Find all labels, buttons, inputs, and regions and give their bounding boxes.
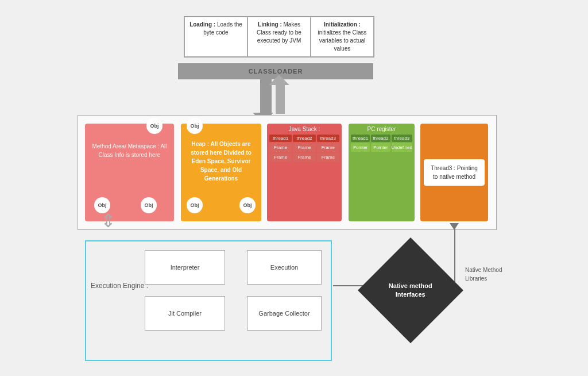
- native-vertical-arrow-stem: [454, 223, 455, 286]
- method-area-title: Method Area/ Metaspace : All Class Info …: [90, 142, 169, 159]
- obj-circle-tl: Obj: [146, 118, 163, 134]
- pc-thread3: thread3: [392, 135, 412, 142]
- execution-label: Execution: [270, 264, 298, 271]
- pc-val1: Pointer: [351, 143, 370, 152]
- interpreter-box: Interpreter: [145, 250, 225, 285]
- initialization-title: Initialization :: [324, 21, 361, 28]
- loading-title: Loading :: [189, 21, 215, 28]
- frame-cell-6: Frame: [317, 153, 339, 162]
- java-stack: Java Stack : thread1 thread2 thread3 Fra…: [267, 124, 342, 221]
- native-method-interfaces-container: Native method Interfaces: [368, 253, 454, 328]
- jit-box: Jit Compiler: [145, 296, 225, 331]
- heap-obj-bl: Obj: [187, 197, 203, 213]
- frame-cell-5: Frame: [293, 153, 315, 162]
- diagram: Loading : Loads the byte code Linking : …: [0, 0, 588, 376]
- pc-thread2: thread2: [371, 135, 390, 142]
- frame-cell-1: Frame: [269, 143, 292, 152]
- obj-circle-br: Obj: [141, 197, 157, 213]
- native-vertical-arrow-head-up: [450, 223, 459, 230]
- classloader-label: CLASSLOADER: [249, 68, 303, 75]
- thread-grid: thread1 thread2 thread3 Frame Frame Fram…: [269, 135, 339, 162]
- classloader-boxes: Loading : Loads the byte code Linking : …: [184, 16, 374, 57]
- heap-area: Obj Heap : All Objects are stored here D…: [181, 124, 261, 221]
- arrow-cl-up-head: [269, 75, 289, 85]
- native-libraries-label: Native MethodLibraries: [465, 266, 502, 283]
- thread1-header: thread1: [269, 135, 292, 142]
- linking-box: Linking : Makes Class ready to be execut…: [247, 17, 311, 57]
- loading-box: Loading : Loads the byte code: [184, 17, 247, 57]
- thread2-header: thread2: [293, 135, 315, 142]
- native-stack: Thread3 : Pointing to native method: [420, 124, 488, 221]
- gc-label: Garbage Collector: [258, 310, 310, 317]
- frame-cell-4: Frame: [269, 153, 292, 162]
- interpreter-label: Interpreter: [171, 264, 200, 271]
- pc-val2: Pointer: [371, 143, 390, 152]
- native-stack-content: Thread3 : Pointing to native method: [424, 159, 485, 186]
- native-method-diamond: Native method Interfaces: [358, 237, 463, 343]
- pc-val3: Undefined: [392, 143, 412, 152]
- arrow-cl-up-stem: [276, 80, 285, 114]
- pc-title: PC register: [351, 126, 412, 132]
- gc-box: Garbage Collector: [247, 296, 322, 331]
- method-area: Obj Method Area/ Metaspace : All Class I…: [85, 124, 174, 221]
- heap-obj-br: Obj: [239, 197, 256, 213]
- frame-cell-3: Frame: [317, 143, 339, 152]
- linking-title: Linking :: [258, 21, 282, 28]
- jit-label: Jit Compiler: [168, 310, 202, 317]
- initialization-desc: initializes the Class variables to actua…: [318, 29, 366, 52]
- pc-grid: thread1 thread2 thread3 Pointer Pointer …: [351, 135, 412, 152]
- heap-title: Heap : All Objects are stored here Divid…: [185, 140, 257, 183]
- pc-thread1: thread1: [351, 135, 370, 142]
- java-stack-title: Java Stack :: [269, 126, 339, 132]
- execution-box: Execution: [247, 250, 322, 285]
- bidirectional-arrow: ⇕: [100, 212, 116, 230]
- native-stack-text: Thread3 : Pointing to native method: [431, 165, 478, 180]
- thread3-header: thread3: [317, 135, 339, 142]
- heap-obj-tl: Obj: [187, 118, 203, 134]
- pc-register: PC register thread1 thread2 thread3 Poin…: [349, 124, 415, 221]
- native-libraries-text: Native MethodLibraries: [465, 267, 502, 282]
- native-method-text: Native method Interfaces: [379, 282, 442, 300]
- frame-cell-2: Frame: [293, 143, 315, 152]
- initialization-box: Initialization : initializes the Class v…: [311, 17, 374, 57]
- execution-engine-label: Execution Engine :: [91, 282, 148, 290]
